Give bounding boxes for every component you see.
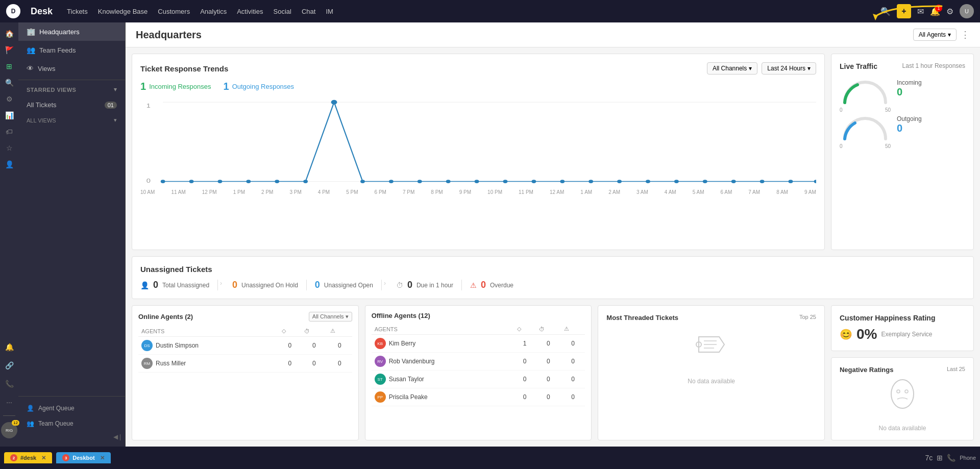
sidebar-headquarters[interactable]: 🏢 Headquarters — [18, 22, 125, 41]
person-icon[interactable]: 👤 — [2, 157, 16, 171]
phone-icon[interactable]: 📞 — [2, 377, 16, 391]
bell2-icon[interactable]: 🔔 — [2, 340, 16, 354]
nav-im[interactable]: IM — [326, 8, 333, 15]
unassigned-stats: 👤 0 Total Unassigned › 0 Unassigned On H… — [140, 280, 965, 290]
agent-name-cell: PP Priscila Peake — [375, 391, 511, 403]
on-hold-stat: 0 Unassigned On Hold — [224, 280, 307, 290]
negative-no-data: No data available — [840, 425, 965, 432]
agent-v1: 1 — [514, 335, 536, 353]
sidebar-team-feeds[interactable]: 👥 Team Feeds — [18, 41, 125, 59]
threaded-no-data: No data available — [606, 378, 816, 385]
agent-avatar-bottom[interactable]: RIG 12 — [1, 422, 17, 438]
compose-icon[interactable]: ✉ — [917, 7, 924, 16]
svg-text:0: 0 — [146, 177, 151, 184]
trends-card: Ticket Response Trends All Channels ▾ La… — [132, 54, 825, 250]
sidebar-views[interactable]: 👁 Views — [18, 59, 125, 78]
deskbot-tab-close[interactable]: ✕ — [100, 455, 105, 461]
incoming-gauge: 0 50 Incoming 0 — [840, 75, 965, 103]
agent-v3: 0 — [327, 355, 352, 373]
agent-name-text: Rob Vandenburg — [389, 358, 435, 365]
starred-views-chevron[interactable]: ▾ — [114, 86, 117, 93]
nav-customers[interactable]: Customers — [158, 8, 190, 15]
tag-icon[interactable]: 🏷 — [2, 125, 16, 139]
due-label: Due in 1 hour — [416, 282, 453, 289]
online-agents-filter-btn[interactable]: All Channels ▾ — [309, 312, 352, 322]
top-content-grid: Ticket Response Trends All Channels ▾ La… — [126, 47, 980, 256]
all-views-chevron[interactable]: ▾ — [114, 117, 117, 124]
svg-point-19 — [560, 180, 565, 183]
desk-tab-badge: 2 — [10, 454, 17, 461]
user-avatar[interactable]: U — [960, 4, 974, 18]
nav-activities[interactable]: Activities — [237, 8, 263, 15]
sidebar-footer: 👤 Agent Queue 👥 Team Queue ◀ | — [18, 396, 125, 447]
svg-point-35 — [905, 390, 908, 393]
page-header: Headquarters All Agents ▾ ⋮ — [126, 22, 980, 47]
notifications-icon[interactable]: 🔔 1 — [930, 7, 940, 16]
icon-bar: 🏠 🚩 ⊞ 🔍 ⚙ 📊 🏷 ☆ 👤 🔔 🔗 📞 ··· RIG 12 — [0, 22, 18, 447]
more-options-btn[interactable]: ⋮ — [961, 29, 970, 40]
channels-filter-btn[interactable]: All Channels ▾ — [707, 62, 757, 75]
incoming-stat: 1 Incoming Responses — [140, 81, 211, 92]
agent-badge: 12 — [12, 420, 19, 426]
home-icon[interactable]: 🏠 — [2, 27, 16, 41]
all-tickets-count: 01 — [105, 102, 117, 109]
nav-icons: 🔍 + ✉ 🔔 1 ⚙ U — [880, 4, 974, 18]
negative-illustration — [840, 379, 965, 414]
dots-icon[interactable]: ··· — [2, 395, 16, 409]
nav-tickets[interactable]: Tickets — [67, 8, 88, 15]
agent-name-cell: RV Rob Vandenburg — [375, 356, 511, 367]
agent-v1: 0 — [279, 355, 301, 373]
agent-avatar-sm: ST — [375, 374, 386, 385]
team-queue-item[interactable]: 👥 Team Queue — [18, 416, 125, 431]
agent-v1: 0 — [514, 388, 536, 406]
table-row: DS Dustin Simpson 0 0 0 — [138, 337, 352, 355]
svg-point-27 — [789, 180, 793, 183]
search-icon[interactable]: 🔍 — [880, 7, 891, 16]
desk-chat-tab[interactable]: 2 #desk ✕ — [4, 452, 52, 463]
agent-name-text: Priscila Peake — [389, 393, 428, 401]
deskbot-chat-tab[interactable]: 3 Deskbot ✕ — [56, 452, 110, 463]
agent-name-cell: DS Dustin Simpson — [141, 340, 276, 351]
flag-icon[interactable]: 🚩 — [2, 43, 16, 57]
nav-social[interactable]: Social — [274, 8, 291, 15]
nav-chat[interactable]: Chat — [302, 8, 315, 15]
app-name: Desk — [31, 6, 53, 17]
search2-icon[interactable]: 🔍 — [2, 76, 16, 90]
svg-point-26 — [760, 180, 765, 183]
bottom-grid2-icon[interactable]: ⊞ — [937, 454, 943, 462]
incoming-gauge-arc: 0 50 — [840, 75, 891, 103]
app-logo[interactable]: D — [6, 4, 20, 18]
settings-icon[interactable]: ⚙ — [946, 7, 953, 16]
online-agents-card: Online Agents (2) All Channels ▾ AGENTS … — [132, 305, 359, 440]
agent-queue-item[interactable]: 👤 Agent Queue — [18, 401, 125, 416]
agents-filter-btn[interactable]: All Agents ▾ — [913, 29, 957, 41]
threaded-card: Most Threaded Tickets Top 25 No data ava… — [598, 305, 825, 440]
agent-queue-icon: 👤 — [27, 405, 34, 412]
trends-title: Ticket Response Trends — [140, 64, 228, 73]
time-filter-btn[interactable]: Last 24 Hours ▾ — [762, 62, 816, 75]
all-views-header[interactable]: ALL VIEWS ▾ — [18, 113, 125, 128]
incoming-gauge-info: Incoming 0 — [897, 79, 922, 98]
svg-point-10 — [303, 180, 308, 183]
channels-chevron-icon: ▾ — [749, 65, 752, 72]
nav-analytics[interactable]: Analytics — [200, 8, 227, 15]
agent-name-text: Kim Berry — [389, 340, 416, 347]
chart-icon[interactable]: 📊 — [2, 108, 16, 122]
bottom-phone-icon[interactable]: 📞 — [947, 454, 955, 462]
nav-knowledge-base[interactable]: Knowledge Base — [98, 8, 148, 15]
negative-header: Negative Ratings Last 25 — [840, 366, 965, 374]
grid-icon[interactable]: ⊞ — [2, 59, 16, 73]
smiley-icon: 😊 — [840, 328, 852, 340]
gear2-icon[interactable]: ⚙ — [2, 92, 16, 106]
sidebar-collapse-btn[interactable]: ◀ | — [18, 431, 125, 442]
bottom-7c-icon[interactable]: 7c — [925, 454, 933, 462]
svg-point-14 — [418, 180, 422, 183]
star-icon[interactable]: ☆ — [2, 141, 16, 155]
add-icon[interactable]: + — [897, 4, 911, 18]
desk-tab-close[interactable]: ✕ — [41, 455, 46, 461]
link-icon[interactable]: 🔗 — [2, 358, 16, 373]
incoming-gauge-value: 0 — [897, 86, 922, 98]
threaded-title: Most Threaded Tickets — [606, 314, 678, 322]
incoming-gauge-label: Incoming — [897, 79, 922, 86]
all-tickets-item[interactable]: All Tickets 01 — [18, 97, 125, 113]
